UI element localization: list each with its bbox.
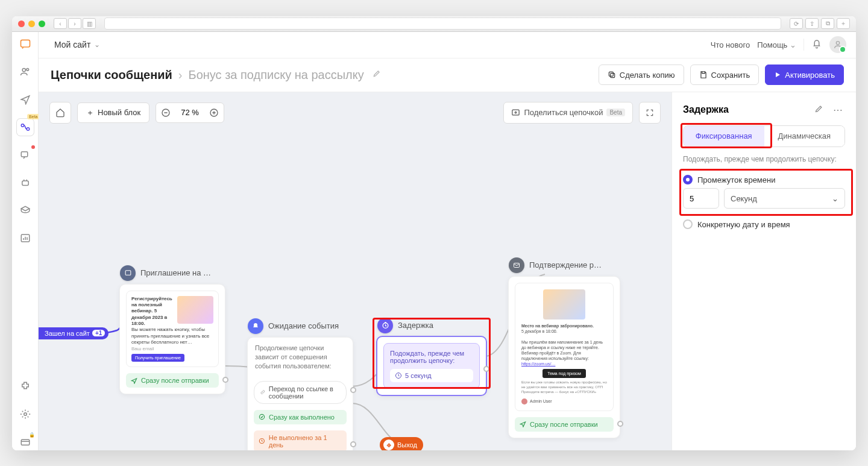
svg-point-2 [26, 68, 28, 71]
trigger-count: +1 [92, 330, 105, 336]
preview-email: Ваш email [131, 346, 154, 351]
breadcrumb-separator: › [178, 68, 183, 82]
node-email-confirm[interactable]: Подтверждение р… Место на вебинар заброн… [508, 276, 620, 438]
notifications-icon[interactable] [811, 39, 822, 51]
add-tab-icon[interactable]: ＋ [837, 18, 850, 29]
browser-window: ‹ › ▥ ⟳ ⇪ ⧉ ＋ Beta 🔒 Мо [12, 16, 856, 450]
help-link[interactable]: Помощь [757, 40, 796, 49]
save-button[interactable]: Сохранить [690, 65, 760, 85]
delay-unit-select[interactable]: Секунд⌄ [724, 188, 845, 209]
svg-point-10 [836, 42, 839, 45]
panel-title: Задержка [683, 104, 807, 115]
sidebar-toggle-icon[interactable]: ▥ [83, 18, 96, 29]
radio-datetime-label: Конкретную дату и время [697, 220, 790, 229]
panel-more-icon[interactable]: ⋯ [831, 102, 845, 118]
unit-label: Секунд [731, 194, 757, 203]
sidebar: Beta 🔒 [12, 32, 39, 450]
breadcrumb-root[interactable]: Цепочки сообщений [51, 68, 172, 82]
zoom-value: 72 % [177, 108, 203, 117]
forward-button[interactable]: › [68, 18, 81, 29]
nav-knowledge-icon[interactable] [17, 202, 34, 219]
zoom-in-button[interactable] [206, 105, 222, 121]
radio-datetime[interactable]: Конкретную дату и время [683, 216, 845, 233]
node3-title: Задержка [398, 321, 433, 330]
preview-body: Вы можете нажать кнопку, чтобы принять п… [131, 327, 209, 345]
node1-title: Приглашение на … [140, 268, 211, 277]
output-port-1[interactable] [350, 387, 356, 393]
svg-rect-5 [21, 151, 28, 156]
breadcrumb-current: Бонус за подписку на рассылку [189, 68, 364, 82]
nav-bot-icon[interactable] [17, 174, 34, 191]
panel-help-text: Подождать, прежде чем продолжить цепочку… [683, 154, 845, 165]
nav-addons-icon[interactable] [17, 378, 34, 395]
flow-canvas[interactable]: ＋ Новый блок 72 % Поделиться цепочкойBet… [39, 92, 671, 450]
zoom-controls: 72 % [156, 102, 224, 123]
tabs-icon[interactable]: ⧉ [821, 18, 834, 29]
output-port[interactable] [617, 421, 623, 427]
panel-edit-icon[interactable] [812, 102, 826, 118]
svg-rect-11 [611, 74, 615, 78]
node2-desc: Продолжение цепочки зависит от совершени… [248, 338, 353, 377]
trigger-label: Зашел на сайт [45, 330, 90, 337]
radio-interval[interactable]: Промежуток времени [683, 171, 845, 188]
nav-users-icon[interactable] [17, 63, 34, 80]
bell-icon [248, 318, 263, 334]
nav-reports-icon[interactable] [17, 230, 34, 247]
svg-point-8 [24, 412, 27, 415]
tab-dynamic[interactable]: Динамическая [764, 126, 845, 146]
close-window-icon[interactable] [18, 20, 25, 27]
delay-value-input[interactable] [683, 188, 719, 209]
nav-conversations-icon[interactable] [17, 146, 34, 163]
whats-new-link[interactable]: Что нового [711, 40, 750, 49]
topbar: Мой сайт Что нового Помощь [39, 32, 856, 58]
user-avatar[interactable] [829, 36, 846, 53]
node2-status-fail: Не выполнено за 1 день [254, 430, 347, 450]
node-delay[interactable]: Задержка Подождать, прежде чем продолжит… [376, 336, 487, 396]
nav-flows-icon[interactable]: Beta [17, 119, 34, 136]
duplicate-button[interactable]: Сделать копию [599, 65, 684, 85]
back-button[interactable]: ‹ [54, 18, 67, 29]
maximize-window-icon[interactable] [39, 20, 45, 27]
nav-settings-icon[interactable] [17, 406, 34, 423]
activate-button[interactable]: Активировать [765, 65, 844, 85]
trigger-pill[interactable]: Зашел на сайт +1 [39, 327, 108, 339]
node1-preview: Регистрируйтесь на полезный вебинар. 5 д… [126, 291, 219, 368]
output-port[interactable] [222, 377, 228, 383]
properties-panel: Задержка ⋯ Фиксированная Динамическая По… [671, 92, 856, 450]
edit-name-icon[interactable] [373, 69, 381, 80]
tab-fixed[interactable]: Фиксированная [684, 126, 764, 146]
output-port-2[interactable] [350, 441, 356, 447]
chevron-down-icon: ⌄ [832, 194, 838, 203]
share-flow-button[interactable]: Поделиться цепочкойBeta [503, 102, 633, 124]
output-port[interactable] [483, 366, 489, 372]
site-selector[interactable]: Мой сайт [48, 37, 106, 52]
svg-point-1 [22, 68, 25, 71]
node-exit[interactable]: ⎆ Выход [380, 437, 423, 450]
svg-point-4 [27, 127, 30, 130]
new-block-button[interactable]: ＋ Новый блок [77, 102, 149, 123]
nav-send-icon[interactable] [17, 91, 34, 108]
new-block-label: Новый блок [98, 108, 140, 117]
popup-icon [120, 265, 136, 281]
home-button[interactable] [49, 102, 71, 124]
radio-icon [683, 219, 693, 229]
fullscreen-button[interactable] [639, 102, 661, 124]
nav-billing-icon[interactable]: 🔒 [17, 433, 34, 450]
minimize-window-icon[interactable] [28, 20, 35, 27]
preview-title: Регистрируйтесь на полезный вебинар. 5 д… [131, 296, 172, 327]
url-bar[interactable] [104, 17, 781, 30]
nav-buttons: ‹ › ▥ [54, 18, 96, 29]
node2-title: Ожидание события [268, 321, 339, 330]
svg-rect-12 [609, 72, 613, 76]
nav-chat-icon[interactable] [17, 36, 34, 52]
node-popup-invitation[interactable]: Приглашение на … Регистрируйтесь на поле… [119, 284, 225, 395]
mail-icon [509, 257, 524, 273]
refresh-icon[interactable]: ⟳ [790, 18, 803, 29]
duplicate-label: Сделать копию [620, 71, 675, 80]
zoom-out-button[interactable] [158, 105, 174, 121]
node4-preview: Место на вебинар забронировано. 5 декабр… [515, 283, 614, 411]
node4-title: Подтверждение р… [529, 260, 602, 269]
share-icon[interactable]: ⇪ [805, 18, 819, 29]
preview-cta: Получить приглашение [131, 354, 184, 362]
node-wait-event[interactable]: Ожидание события Продолжение цепочки зав… [247, 337, 353, 450]
